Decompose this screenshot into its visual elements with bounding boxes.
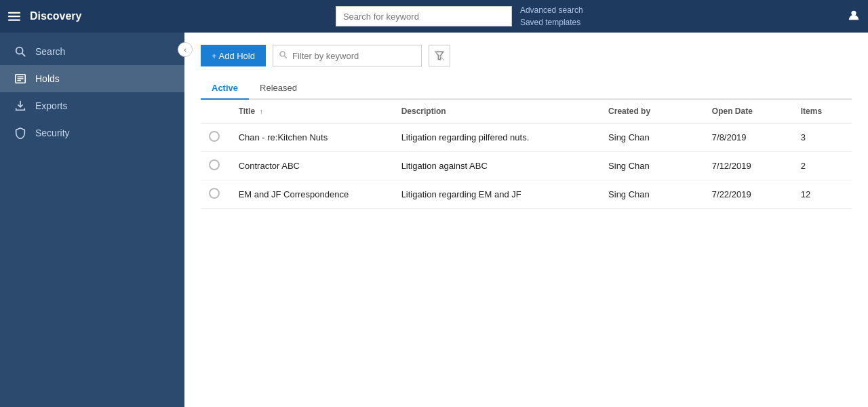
clear-filter-button[interactable] — [429, 45, 450, 66]
col-header-select — [201, 100, 231, 123]
row-title: Contractor ABC — [231, 152, 393, 180]
holds-table: Title ↑ Description Created by Open Date… — [201, 100, 852, 209]
svg-rect-0 — [8, 12, 20, 14]
table-row[interactable]: Chan - re:Kitchen Nuts Litigation regard… — [201, 123, 852, 152]
col-header-open-date: Open Date — [704, 100, 793, 123]
row-created-by: Sing Chan — [600, 152, 704, 180]
topbar-search-links: Advanced search Saved templates — [520, 4, 583, 28]
row-open-date: 7/22/2019 — [704, 180, 793, 209]
sidebar-item-exports-label: Exports — [35, 100, 67, 111]
row-created-by: Sing Chan — [600, 123, 704, 152]
row-items: 3 — [793, 123, 852, 152]
svg-point-4 — [16, 47, 23, 54]
table-header-row: Title ↑ Description Created by Open Date… — [201, 100, 852, 123]
row-description: Litigation regarding pilfered nuts. — [393, 123, 600, 152]
toolbar-row: + Add Hold — [201, 45, 852, 66]
row-description: Litigation regarding EM and JF — [393, 180, 600, 209]
col-header-description: Description — [393, 100, 600, 123]
row-description: Litigation against ABC — [393, 152, 600, 180]
app-title: Discovery — [30, 10, 82, 22]
svg-line-5 — [22, 54, 26, 57]
svg-rect-2 — [8, 20, 20, 21]
advanced-search-link[interactable]: Advanced search — [520, 4, 583, 16]
row-open-date: 7/8/2019 — [704, 123, 793, 152]
row-open-date: 7/12/2019 — [704, 152, 793, 180]
content-area: + Add Hold Active Released Titl — [184, 33, 868, 407]
row-radio-cell[interactable] — [201, 180, 231, 209]
title-sort-arrow: ↑ — [259, 107, 263, 115]
topbar: Discovery Advanced search Saved template… — [0, 0, 868, 33]
user-icon[interactable] — [848, 9, 860, 24]
row-created-by: Sing Chan — [600, 180, 704, 209]
sidebar-item-exports[interactable]: Exports — [0, 92, 184, 119]
exports-icon — [14, 100, 27, 112]
row-radio-cell[interactable] — [201, 152, 231, 180]
main-layout: ‹ Search — [0, 33, 868, 407]
sidebar-item-holds[interactable]: Holds — [0, 65, 184, 92]
radio-circle[interactable] — [209, 131, 220, 142]
svg-line-11 — [284, 56, 286, 58]
svg-rect-1 — [8, 16, 20, 17]
sidebar-collapse-button[interactable]: ‹ — [178, 42, 193, 57]
search-icon — [14, 45, 27, 58]
svg-point-3 — [851, 10, 856, 15]
topbar-search-area: Advanced search Saved templates — [336, 4, 583, 28]
saved-templates-link[interactable]: Saved templates — [520, 16, 580, 28]
table-row[interactable]: EM and JF Correspondence Litigation rega… — [201, 180, 852, 209]
row-title: Chan - re:Kitchen Nuts — [231, 123, 393, 152]
tab-released[interactable]: Released — [249, 77, 308, 100]
shield-icon — [14, 127, 27, 139]
row-items: 2 — [793, 152, 852, 180]
hamburger-icon[interactable] — [8, 10, 20, 22]
radio-circle[interactable] — [209, 159, 220, 170]
sidebar: ‹ Search — [0, 33, 184, 407]
sidebar-item-search-label: Search — [35, 46, 65, 57]
table-row[interactable]: Contractor ABC Litigation against ABC Si… — [201, 152, 852, 180]
sidebar-item-holds-label: Holds — [35, 73, 60, 84]
sidebar-item-security-label: Security — [35, 128, 70, 138]
row-radio-cell[interactable] — [201, 123, 231, 152]
row-items: 12 — [793, 180, 852, 209]
tabs-row: Active Released — [201, 77, 852, 100]
sidebar-item-security[interactable]: Security — [0, 119, 184, 147]
holds-icon — [14, 73, 27, 85]
tab-active[interactable]: Active — [201, 77, 249, 100]
filter-input[interactable] — [273, 45, 422, 66]
col-header-items: Items — [793, 100, 852, 123]
svg-point-10 — [280, 52, 285, 56]
col-header-created-by: Created by — [600, 100, 704, 123]
add-hold-button[interactable]: + Add Hold — [201, 45, 266, 66]
radio-circle[interactable] — [209, 188, 220, 199]
topbar-search-input[interactable] — [336, 6, 512, 26]
sidebar-item-search[interactable]: Search — [0, 38, 184, 65]
row-title: EM and JF Correspondence — [231, 180, 393, 209]
filter-input-wrap — [273, 45, 422, 66]
filter-search-icon — [279, 50, 288, 61]
col-header-title[interactable]: Title ↑ — [231, 100, 393, 123]
sidebar-nav: Search Holds — [0, 33, 184, 147]
